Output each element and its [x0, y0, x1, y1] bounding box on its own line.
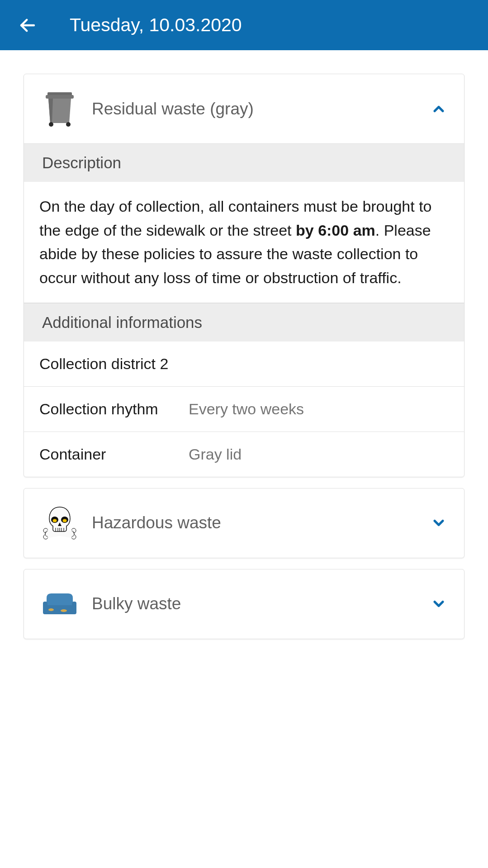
- hazardous-waste-header[interactable]: Hazardous waste: [24, 489, 464, 558]
- svg-point-3: [49, 122, 53, 127]
- container-row: Container Gray lid: [24, 432, 464, 477]
- bulky-waste-title: Bulky waste: [92, 594, 431, 613]
- container-value: Gray lid: [189, 446, 242, 463]
- collection-rhythm-label: Collection rhythm: [39, 400, 189, 418]
- back-button[interactable]: [14, 11, 42, 39]
- collection-district-value: Collection district 2: [39, 355, 168, 373]
- bulky-waste-card: Bulky waste: [24, 569, 464, 639]
- collection-district-row: Collection district 2: [24, 342, 464, 387]
- chevron-down-icon: [431, 515, 447, 531]
- svg-point-18: [63, 519, 67, 522]
- page-title: Tuesday, 10.03.2020: [70, 14, 242, 36]
- collection-rhythm-value: Every two weeks: [189, 400, 304, 418]
- trash-bin-icon: [41, 90, 78, 128]
- couch-icon: [41, 585, 78, 622]
- svg-rect-25: [43, 602, 47, 614]
- chevron-up-icon: [431, 101, 447, 117]
- svg-point-28: [61, 609, 67, 612]
- description-section-header: Description: [24, 143, 464, 182]
- hazardous-waste-card: Hazardous waste: [24, 488, 464, 558]
- svg-point-17: [53, 519, 57, 522]
- description-text: On the day of collection, all containers…: [24, 182, 464, 303]
- svg-point-4: [66, 122, 71, 127]
- svg-rect-2: [46, 95, 74, 99]
- description-text-bold: by 6:00 am: [296, 222, 375, 239]
- app-header: Tuesday, 10.03.2020: [0, 0, 488, 50]
- container-label: Container: [39, 446, 189, 463]
- residual-waste-card: Residual waste (gray) Description On the…: [24, 74, 464, 477]
- svg-rect-26: [72, 602, 76, 614]
- chevron-down-icon: [431, 596, 447, 612]
- arrow-left-icon: [18, 16, 37, 35]
- collection-rhythm-row: Collection rhythm Every two weeks: [24, 387, 464, 432]
- svg-point-27: [48, 608, 54, 611]
- residual-waste-header[interactable]: Residual waste (gray): [24, 74, 464, 143]
- bulky-waste-header[interactable]: Bulky waste: [24, 569, 464, 639]
- skull-crossbones-icon: [41, 504, 78, 541]
- residual-waste-title: Residual waste (gray): [92, 100, 431, 119]
- hazardous-waste-title: Hazardous waste: [92, 513, 431, 532]
- content-area: Residual waste (gray) Description On the…: [0, 50, 488, 674]
- additional-info-section-header: Additional informations: [24, 303, 464, 342]
